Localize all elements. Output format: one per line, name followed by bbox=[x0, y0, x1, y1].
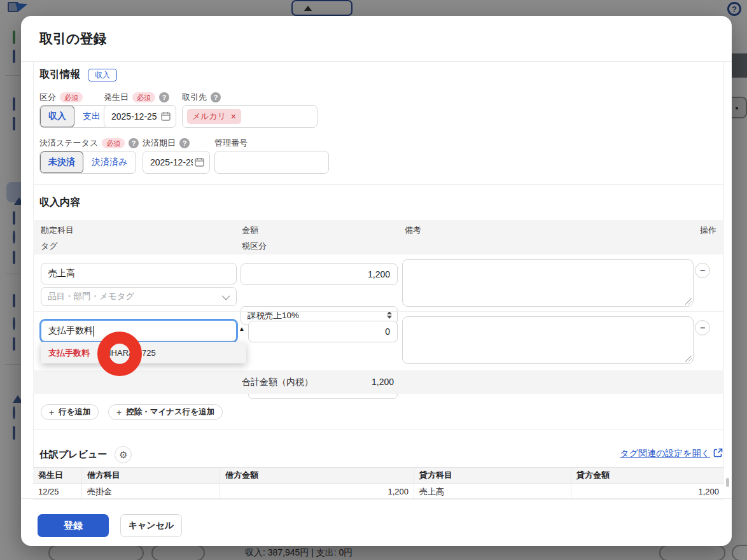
kubun-label-group: 区分 必須 bbox=[39, 92, 83, 103]
settlement-toggle: 未決済 決済済み bbox=[39, 151, 136, 174]
income-details-heading: 収入内容 bbox=[39, 196, 80, 209]
remove-row2-button[interactable]: − bbox=[695, 320, 710, 335]
cancel-button[interactable]: キャンセル bbox=[120, 514, 182, 537]
chevron-down-icon bbox=[222, 292, 230, 300]
partner-tag-label: メルカリ bbox=[192, 111, 226, 122]
journal-date: 12/25 bbox=[33, 484, 82, 500]
col-tag: タグ bbox=[41, 241, 58, 252]
col-note: 備考 bbox=[405, 225, 421, 236]
mgmt-label: 管理番号 bbox=[214, 137, 248, 149]
submit-button[interactable]: 登録 bbox=[38, 514, 109, 537]
date-label: 発生日 bbox=[104, 92, 129, 103]
required-badge: 必須 bbox=[60, 92, 83, 102]
section-journal-preview: 仕訳プレビュー ⚙ bbox=[39, 446, 132, 463]
col-action: 操作 bbox=[700, 225, 716, 236]
tag-select-row1[interactable]: 品目・部門・メモタグ bbox=[41, 287, 237, 306]
footer-divider bbox=[21, 498, 732, 499]
journal-col-credit-amount: 貸方金額 bbox=[571, 468, 724, 483]
journal-debit-amount: 1,200 bbox=[220, 484, 414, 500]
add-minus-row-button[interactable]: + 控除・マイナス行を追加 bbox=[108, 404, 223, 420]
date-label-group: 発生日 必須 ? bbox=[104, 92, 169, 103]
toggle-settled[interactable]: 決済済み bbox=[83, 151, 136, 173]
partner-tag: メルカリ ✕ bbox=[187, 109, 241, 124]
text-caret bbox=[93, 326, 94, 337]
remove-row1-button[interactable]: − bbox=[695, 263, 710, 278]
income-expense-toggle: 収入 支出 bbox=[39, 105, 109, 128]
calendar-icon[interactable] bbox=[195, 157, 204, 169]
section-divider bbox=[33, 184, 724, 185]
due-label: 決済期日 bbox=[143, 137, 176, 149]
account-input-row1[interactable] bbox=[41, 263, 237, 284]
tag-settings-link[interactable]: タグ関連の設定を開く bbox=[620, 448, 723, 459]
help-icon[interactable]: ? bbox=[129, 138, 139, 148]
status-label-group: 決済ステータス 必須 ? bbox=[39, 137, 139, 149]
note-textarea-row1[interactable] bbox=[402, 259, 694, 307]
amount-input-row1[interactable] bbox=[241, 263, 398, 285]
suggestion-item[interactable]: 支払手数料 S IHARA 725 bbox=[41, 342, 246, 363]
calendar-icon[interactable] bbox=[161, 111, 171, 123]
income-table-header: 勘定科目 金額 備考 操作 タグ 税区分 bbox=[33, 220, 724, 255]
status-label: 決済ステータス bbox=[39, 137, 98, 149]
note-textarea-row2[interactable] bbox=[402, 316, 694, 364]
transaction-register-modal: 取引の登録 取引情報 収入 区分 必須 発生日 必須 ? 取引先 ? 収入 支出 bbox=[21, 16, 732, 546]
journal-col-credit-account: 貸方科目 bbox=[414, 468, 571, 483]
journal-debit-account: 売掛金 bbox=[82, 484, 220, 500]
journal-credit-amount: 1,200 bbox=[571, 484, 724, 500]
suggestion-match-text: 支払手数料 bbox=[48, 347, 90, 359]
partner-label-group: 取引先 ? bbox=[182, 92, 221, 103]
col-account: 勘定科目 bbox=[41, 225, 74, 236]
management-number-input[interactable] bbox=[214, 151, 329, 174]
plus-icon: + bbox=[116, 407, 122, 417]
issue-date-wrap bbox=[104, 105, 176, 128]
screen: ? 収入: 387,945円 | 支出: 0円 取引の登録 取引情報 収入 区分… bbox=[0, 0, 747, 560]
partner-input[interactable]: メルカリ ✕ bbox=[182, 105, 318, 128]
transaction-info-heading: 取引情報 bbox=[39, 68, 80, 81]
modal-title: 取引の登録 bbox=[39, 24, 107, 53]
required-badge: 必須 bbox=[102, 138, 125, 148]
due-label-group: 決済期日 ? bbox=[143, 137, 190, 149]
col-amount: 金額 bbox=[242, 225, 258, 236]
total-value: 1,200 bbox=[319, 377, 394, 387]
add-row-label: 行を追加 bbox=[59, 407, 90, 417]
add-minus-row-label: 控除・マイナス行を追加 bbox=[126, 407, 214, 417]
caret-up-icon: ▲ bbox=[239, 325, 245, 332]
journal-data-row: 12/25 売掛金 1,200 売上高 1,200 bbox=[33, 484, 724, 500]
account-input-row2[interactable] bbox=[41, 320, 237, 342]
select-spinner-icon bbox=[387, 311, 392, 319]
add-row-button[interactable]: + 行を追加 bbox=[41, 404, 99, 420]
required-badge: 必須 bbox=[132, 92, 155, 102]
journal-credit-account: 売上高 bbox=[414, 484, 571, 500]
help-icon[interactable]: ? bbox=[211, 92, 221, 102]
section-divider bbox=[33, 430, 724, 430]
total-row: 合計金額（内税） 1,200 bbox=[33, 370, 724, 394]
total-label: 合計金額（内税） bbox=[242, 377, 313, 388]
amount-input-row2[interactable] bbox=[248, 321, 398, 342]
plus-icon: + bbox=[49, 407, 54, 417]
journal-col-debit-amount: 借方金額 bbox=[220, 468, 414, 483]
account-suggestion-dropdown: 支払手数料 S IHARA 725 bbox=[41, 342, 246, 363]
partner-label: 取引先 bbox=[182, 92, 207, 103]
row-divider bbox=[33, 311, 724, 312]
section-income-details: 収入内容 bbox=[39, 196, 80, 209]
close-icon[interactable]: ✕ bbox=[230, 113, 236, 121]
gear-icon[interactable]: ⚙ bbox=[115, 446, 132, 463]
help-icon[interactable]: ? bbox=[179, 138, 190, 148]
journal-col-date: 発生日 bbox=[33, 468, 82, 483]
kubun-label: 区分 bbox=[39, 92, 56, 103]
resize-grip-icon[interactable] bbox=[685, 356, 692, 362]
tag-select-placeholder: 品目・部門・メモタグ bbox=[48, 291, 134, 302]
click-indicator-ring bbox=[97, 332, 142, 376]
due-date-wrap bbox=[143, 151, 210, 174]
journal-col-debit-account: 借方科目 bbox=[82, 468, 220, 483]
resize-grip-icon[interactable] bbox=[685, 298, 692, 305]
suggestion-fragment: 725 bbox=[142, 348, 156, 358]
income-type-badge: 収入 bbox=[88, 69, 117, 81]
tag-settings-link-label: タグ関連の設定を開く bbox=[620, 448, 710, 459]
help-icon[interactable]: ? bbox=[159, 92, 169, 102]
scrollbar-thumb[interactable] bbox=[726, 478, 729, 487]
toggle-unsettled[interactable]: 未決済 bbox=[40, 151, 83, 173]
col-tax: 税区分 bbox=[242, 241, 267, 252]
mgmt-label-group: 管理番号 bbox=[214, 137, 248, 149]
journal-preview-heading: 仕訳プレビュー bbox=[39, 449, 107, 461]
toggle-income[interactable]: 収入 bbox=[40, 106, 74, 127]
